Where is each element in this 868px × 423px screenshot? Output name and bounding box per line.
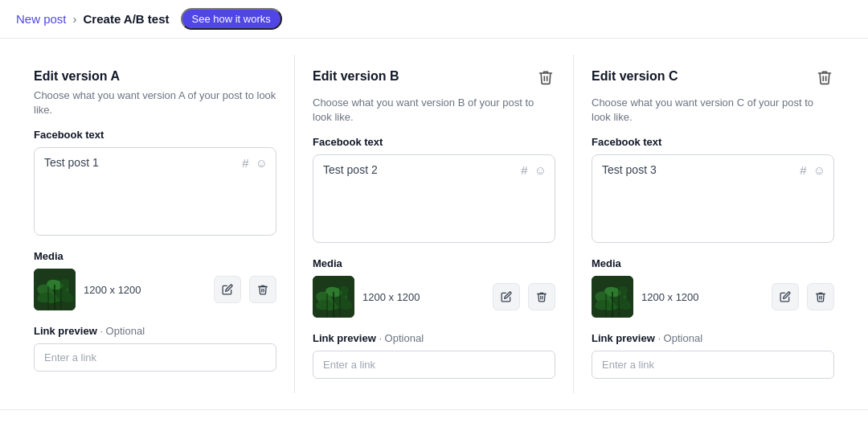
fb-text-label-version-b: Facebook text (313, 136, 555, 148)
col-header-version-a: Edit version A (34, 69, 276, 84)
col-description-version-c: Choose what you want version C of your p… (592, 96, 834, 125)
col-header-version-b: Edit version B (313, 69, 555, 91)
col-description-version-a: Choose what you want version A of your p… (34, 88, 276, 117)
media-label-version-a: Media (34, 250, 276, 262)
delete-media-button-version-b[interactable] (528, 283, 555, 310)
edit-media-button-version-b[interactable] (493, 283, 520, 310)
media-thumbnail-version-c (592, 276, 633, 318)
link-input-version-c[interactable] (592, 351, 834, 379)
col-title-version-b: Edit version B (313, 69, 399, 84)
hashtag-icon-version-a[interactable]: # (242, 156, 248, 170)
breadcrumb-current-page: Create A/B test (84, 12, 170, 26)
fb-text-area-version-c[interactable]: Test post 3 # ☺ (592, 154, 834, 243)
emoji-icon-version-c[interactable]: ☺ (813, 163, 825, 177)
link-preview-label-version-b: Link preview · Optional (313, 332, 555, 344)
media-dimensions-version-c: 1200 x 1200 (641, 291, 764, 303)
link-preview-optional-version-a: · Optional (100, 325, 145, 337)
column-version-c: Edit version C Choose what you want vers… (574, 55, 852, 393)
fb-text-icon-group-version-c: # ☺ (800, 163, 825, 177)
link-preview-optional-version-c: · Optional (657, 332, 702, 344)
media-thumbnail-version-b (313, 276, 354, 318)
link-preview-optional-version-b: · Optional (379, 332, 424, 344)
fb-text-area-version-b[interactable]: Test post 2 # ☺ (313, 154, 555, 243)
media-label-version-b: Media (313, 257, 555, 269)
delete-media-button-version-c[interactable] (807, 283, 834, 310)
col-title-version-a: Edit version A (34, 69, 120, 84)
media-row-version-c: 1200 x 1200 (592, 276, 834, 318)
media-thumbnail-version-a (34, 269, 76, 310)
edit-media-button-version-a[interactable] (214, 276, 241, 303)
col-header-version-c: Edit version C (592, 69, 834, 91)
column-version-a: Edit version A Choose what you want vers… (16, 55, 295, 393)
fb-text-value-version-b: Test post 2 (323, 163, 378, 176)
fb-text-label-version-c: Facebook text (592, 136, 834, 148)
delete-version-button-version-c[interactable] (815, 68, 834, 91)
see-how-it-works-button[interactable]: See how it works (181, 8, 282, 30)
delete-version-button-version-b[interactable] (536, 68, 555, 91)
breadcrumb-separator: › (73, 12, 77, 26)
delete-media-button-version-a[interactable] (249, 276, 276, 303)
emoji-icon-version-b[interactable]: ☺ (534, 163, 547, 177)
header: New post › Create A/B test See how it wo… (0, 0, 868, 39)
ab-test-columns: Edit version A Choose what you want vers… (0, 39, 868, 410)
media-dimensions-version-b: 1200 x 1200 (362, 291, 485, 303)
media-dimensions-version-a: 1200 x 1200 (84, 284, 206, 296)
link-input-version-b[interactable] (313, 351, 555, 379)
media-label-version-c: Media (592, 257, 834, 269)
edit-media-button-version-c[interactable] (772, 283, 799, 310)
fb-text-icon-group-version-b: # ☺ (521, 163, 547, 177)
emoji-icon-version-a[interactable]: ☺ (256, 156, 268, 170)
media-row-version-a: 1200 x 1200 (34, 269, 276, 310)
fb-text-icon-group-version-a: # ☺ (242, 156, 268, 170)
fb-text-value-version-a: Test post 1 (44, 156, 99, 169)
breadcrumb-new-post[interactable]: New post (16, 12, 67, 26)
column-version-b: Edit version B Choose what you want vers… (295, 55, 574, 393)
link-preview-label-version-c: Link preview · Optional (592, 332, 834, 344)
col-title-version-c: Edit version C (592, 69, 678, 84)
link-preview-label-version-a: Link preview · Optional (34, 325, 276, 337)
fb-text-area-version-a[interactable]: Test post 1 # ☺ (34, 147, 276, 236)
fb-text-value-version-c: Test post 3 (602, 163, 657, 176)
media-row-version-b: 1200 x 1200 (313, 276, 555, 318)
hashtag-icon-version-b[interactable]: # (521, 163, 527, 177)
hashtag-icon-version-c[interactable]: # (800, 163, 806, 177)
col-description-version-b: Choose what you want version B of your p… (313, 96, 555, 125)
link-input-version-a[interactable] (34, 343, 276, 372)
fb-text-label-version-a: Facebook text (34, 129, 276, 141)
